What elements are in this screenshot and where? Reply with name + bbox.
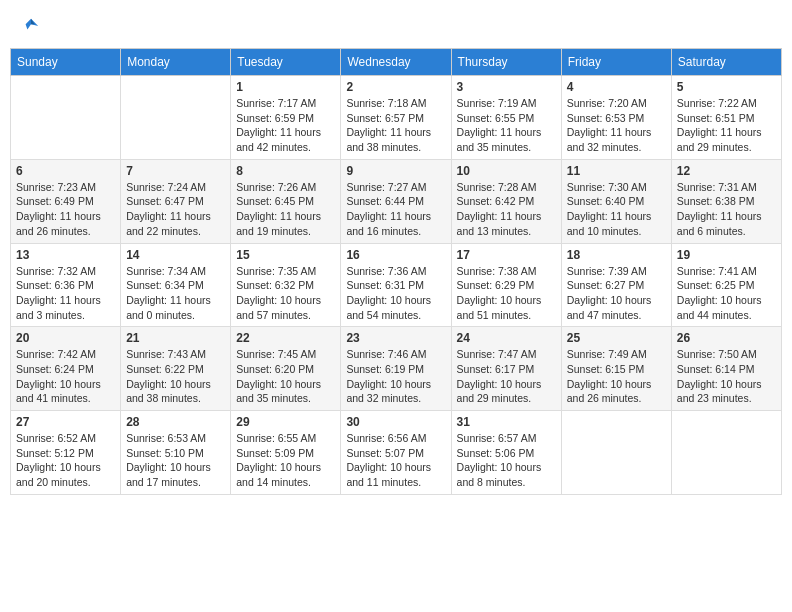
day-info: Sunrise: 6:55 AM Sunset: 5:09 PM Dayligh…	[236, 431, 335, 490]
calendar-week-row: 27Sunrise: 6:52 AM Sunset: 5:12 PM Dayli…	[11, 411, 782, 495]
calendar-week-row: 13Sunrise: 7:32 AM Sunset: 6:36 PM Dayli…	[11, 243, 782, 327]
day-number: 11	[567, 164, 666, 178]
logo-bird-icon	[22, 17, 40, 35]
day-info: Sunrise: 7:47 AM Sunset: 6:17 PM Dayligh…	[457, 347, 556, 406]
day-number: 20	[16, 331, 115, 345]
calendar-day-cell: 16Sunrise: 7:36 AM Sunset: 6:31 PM Dayli…	[341, 243, 451, 327]
day-number: 7	[126, 164, 225, 178]
calendar-day-cell: 20Sunrise: 7:42 AM Sunset: 6:24 PM Dayli…	[11, 327, 121, 411]
calendar-day-cell: 1Sunrise: 7:17 AM Sunset: 6:59 PM Daylig…	[231, 76, 341, 160]
day-number: 23	[346, 331, 445, 345]
day-number: 8	[236, 164, 335, 178]
day-number: 22	[236, 331, 335, 345]
day-of-week-header: Sunday	[11, 49, 121, 76]
calendar-table: SundayMondayTuesdayWednesdayThursdayFrid…	[10, 48, 782, 495]
day-info: Sunrise: 6:57 AM Sunset: 5:06 PM Dayligh…	[457, 431, 556, 490]
day-number: 17	[457, 248, 556, 262]
day-info: Sunrise: 7:18 AM Sunset: 6:57 PM Dayligh…	[346, 96, 445, 155]
day-info: Sunrise: 7:26 AM Sunset: 6:45 PM Dayligh…	[236, 180, 335, 239]
calendar-day-cell: 18Sunrise: 7:39 AM Sunset: 6:27 PM Dayli…	[561, 243, 671, 327]
day-number: 19	[677, 248, 776, 262]
calendar-week-row: 20Sunrise: 7:42 AM Sunset: 6:24 PM Dayli…	[11, 327, 782, 411]
day-number: 4	[567, 80, 666, 94]
day-number: 25	[567, 331, 666, 345]
calendar-day-cell: 27Sunrise: 6:52 AM Sunset: 5:12 PM Dayli…	[11, 411, 121, 495]
calendar-day-cell: 4Sunrise: 7:20 AM Sunset: 6:53 PM Daylig…	[561, 76, 671, 160]
day-info: Sunrise: 7:24 AM Sunset: 6:47 PM Dayligh…	[126, 180, 225, 239]
calendar-day-cell: 28Sunrise: 6:53 AM Sunset: 5:10 PM Dayli…	[121, 411, 231, 495]
day-number: 12	[677, 164, 776, 178]
day-info: Sunrise: 7:34 AM Sunset: 6:34 PM Dayligh…	[126, 264, 225, 323]
day-info: Sunrise: 7:45 AM Sunset: 6:20 PM Dayligh…	[236, 347, 335, 406]
day-number: 5	[677, 80, 776, 94]
calendar-day-cell: 29Sunrise: 6:55 AM Sunset: 5:09 PM Dayli…	[231, 411, 341, 495]
calendar-day-cell: 17Sunrise: 7:38 AM Sunset: 6:29 PM Dayli…	[451, 243, 561, 327]
calendar-day-cell: 21Sunrise: 7:43 AM Sunset: 6:22 PM Dayli…	[121, 327, 231, 411]
calendar-day-cell: 19Sunrise: 7:41 AM Sunset: 6:25 PM Dayli…	[671, 243, 781, 327]
day-info: Sunrise: 7:31 AM Sunset: 6:38 PM Dayligh…	[677, 180, 776, 239]
day-number: 28	[126, 415, 225, 429]
day-info: Sunrise: 7:17 AM Sunset: 6:59 PM Dayligh…	[236, 96, 335, 155]
day-info: Sunrise: 7:36 AM Sunset: 6:31 PM Dayligh…	[346, 264, 445, 323]
calendar-week-row: 1Sunrise: 7:17 AM Sunset: 6:59 PM Daylig…	[11, 76, 782, 160]
calendar-day-cell: 6Sunrise: 7:23 AM Sunset: 6:49 PM Daylig…	[11, 159, 121, 243]
day-number: 24	[457, 331, 556, 345]
calendar-day-cell: 13Sunrise: 7:32 AM Sunset: 6:36 PM Dayli…	[11, 243, 121, 327]
day-info: Sunrise: 7:49 AM Sunset: 6:15 PM Dayligh…	[567, 347, 666, 406]
day-number: 3	[457, 80, 556, 94]
day-info: Sunrise: 6:53 AM Sunset: 5:10 PM Dayligh…	[126, 431, 225, 490]
day-number: 15	[236, 248, 335, 262]
day-info: Sunrise: 7:39 AM Sunset: 6:27 PM Dayligh…	[567, 264, 666, 323]
day-number: 1	[236, 80, 335, 94]
day-number: 29	[236, 415, 335, 429]
calendar-day-cell: 15Sunrise: 7:35 AM Sunset: 6:32 PM Dayli…	[231, 243, 341, 327]
calendar-day-cell: 9Sunrise: 7:27 AM Sunset: 6:44 PM Daylig…	[341, 159, 451, 243]
calendar-day-cell: 30Sunrise: 6:56 AM Sunset: 5:07 PM Dayli…	[341, 411, 451, 495]
calendar-week-row: 6Sunrise: 7:23 AM Sunset: 6:49 PM Daylig…	[11, 159, 782, 243]
day-of-week-header: Monday	[121, 49, 231, 76]
logo	[20, 20, 40, 38]
day-info: Sunrise: 7:28 AM Sunset: 6:42 PM Dayligh…	[457, 180, 556, 239]
day-info: Sunrise: 7:35 AM Sunset: 6:32 PM Dayligh…	[236, 264, 335, 323]
day-number: 27	[16, 415, 115, 429]
day-number: 9	[346, 164, 445, 178]
calendar-day-cell	[121, 76, 231, 160]
day-info: Sunrise: 7:43 AM Sunset: 6:22 PM Dayligh…	[126, 347, 225, 406]
day-info: Sunrise: 7:22 AM Sunset: 6:51 PM Dayligh…	[677, 96, 776, 155]
calendar-day-cell: 14Sunrise: 7:34 AM Sunset: 6:34 PM Dayli…	[121, 243, 231, 327]
day-number: 26	[677, 331, 776, 345]
day-info: Sunrise: 7:19 AM Sunset: 6:55 PM Dayligh…	[457, 96, 556, 155]
calendar-day-cell: 5Sunrise: 7:22 AM Sunset: 6:51 PM Daylig…	[671, 76, 781, 160]
day-number: 16	[346, 248, 445, 262]
svg-marker-1	[31, 19, 35, 24]
calendar-day-cell: 25Sunrise: 7:49 AM Sunset: 6:15 PM Dayli…	[561, 327, 671, 411]
day-number: 6	[16, 164, 115, 178]
calendar-day-cell: 12Sunrise: 7:31 AM Sunset: 6:38 PM Dayli…	[671, 159, 781, 243]
day-of-week-header: Wednesday	[341, 49, 451, 76]
calendar-day-cell: 3Sunrise: 7:19 AM Sunset: 6:55 PM Daylig…	[451, 76, 561, 160]
day-info: Sunrise: 7:42 AM Sunset: 6:24 PM Dayligh…	[16, 347, 115, 406]
day-info: Sunrise: 7:50 AM Sunset: 6:14 PM Dayligh…	[677, 347, 776, 406]
day-of-week-header: Saturday	[671, 49, 781, 76]
day-info: Sunrise: 7:46 AM Sunset: 6:19 PM Dayligh…	[346, 347, 445, 406]
day-of-week-header: Tuesday	[231, 49, 341, 76]
day-info: Sunrise: 6:56 AM Sunset: 5:07 PM Dayligh…	[346, 431, 445, 490]
page-header	[10, 10, 782, 43]
calendar-header-row: SundayMondayTuesdayWednesdayThursdayFrid…	[11, 49, 782, 76]
day-number: 30	[346, 415, 445, 429]
day-number: 14	[126, 248, 225, 262]
calendar-day-cell: 24Sunrise: 7:47 AM Sunset: 6:17 PM Dayli…	[451, 327, 561, 411]
day-of-week-header: Friday	[561, 49, 671, 76]
day-info: Sunrise: 7:41 AM Sunset: 6:25 PM Dayligh…	[677, 264, 776, 323]
calendar-day-cell: 26Sunrise: 7:50 AM Sunset: 6:14 PM Dayli…	[671, 327, 781, 411]
day-info: Sunrise: 7:27 AM Sunset: 6:44 PM Dayligh…	[346, 180, 445, 239]
calendar-day-cell: 31Sunrise: 6:57 AM Sunset: 5:06 PM Dayli…	[451, 411, 561, 495]
calendar-day-cell: 8Sunrise: 7:26 AM Sunset: 6:45 PM Daylig…	[231, 159, 341, 243]
day-info: Sunrise: 7:30 AM Sunset: 6:40 PM Dayligh…	[567, 180, 666, 239]
calendar-day-cell	[561, 411, 671, 495]
calendar-day-cell: 23Sunrise: 7:46 AM Sunset: 6:19 PM Dayli…	[341, 327, 451, 411]
calendar-day-cell: 10Sunrise: 7:28 AM Sunset: 6:42 PM Dayli…	[451, 159, 561, 243]
day-info: Sunrise: 7:20 AM Sunset: 6:53 PM Dayligh…	[567, 96, 666, 155]
day-number: 18	[567, 248, 666, 262]
day-info: Sunrise: 6:52 AM Sunset: 5:12 PM Dayligh…	[16, 431, 115, 490]
